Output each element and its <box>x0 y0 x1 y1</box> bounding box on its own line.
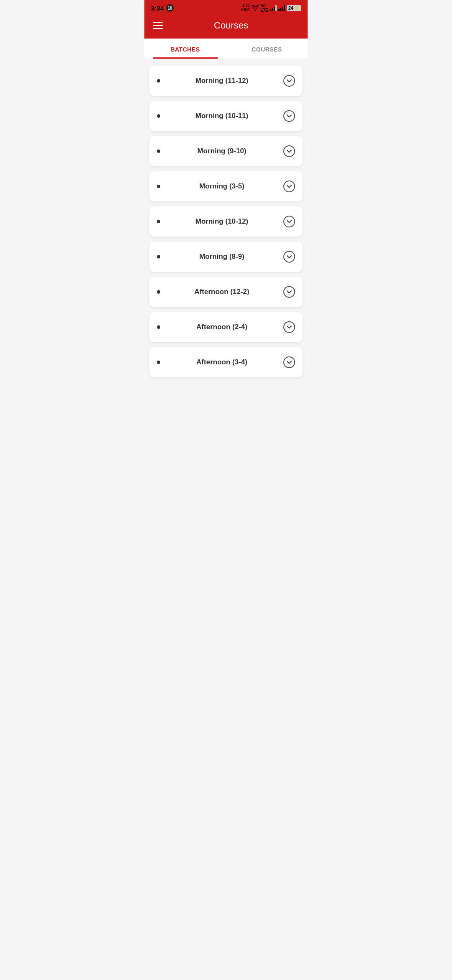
svg-rect-7 <box>284 5 285 11</box>
batch-label: Morning (10-11) <box>160 112 283 120</box>
status-icons: 1.00KB/S VoLTE 24⚡ <box>241 3 301 13</box>
list-item[interactable]: Morning (8-9) <box>149 242 303 272</box>
signal-icon-1 <box>270 5 277 11</box>
tab-courses[interactable]: COURSES <box>226 39 308 59</box>
svg-rect-3 <box>275 5 277 11</box>
wifi-icon <box>252 5 259 11</box>
chevron-down-icon[interactable] <box>283 145 295 157</box>
batch-label: Morning (11-12) <box>160 77 283 85</box>
svg-rect-2 <box>274 7 275 11</box>
chevron-down-icon[interactable] <box>283 286 295 298</box>
list-item[interactable]: Morning (3-5) <box>149 171 303 201</box>
list-item[interactable]: Afternoon (2-4) <box>149 312 303 342</box>
batch-label: Morning (8-9) <box>160 253 283 261</box>
batch-label: Afternoon (3-4) <box>160 358 283 366</box>
status-bar: 3:34 10 1.00KB/S VoLTE 24⚡ <box>144 0 308 15</box>
battery-indicator: 24⚡ <box>287 5 301 11</box>
chevron-down-icon[interactable] <box>283 181 295 192</box>
tab-batches[interactable]: BATCHES <box>144 39 226 59</box>
chevron-down-icon[interactable] <box>283 110 295 122</box>
batch-label: Morning (10-12) <box>160 217 283 226</box>
list-item[interactable]: Morning (10-11) <box>149 101 303 131</box>
data-speed: 1.00KB/S <box>241 4 250 12</box>
chevron-down-icon[interactable] <box>283 216 295 227</box>
batches-list: Morning (11-12) Morning (10-11) Morning … <box>144 59 308 384</box>
batch-label: Morning (9-10) <box>160 147 283 155</box>
svg-rect-5 <box>280 8 281 11</box>
signal-icon-2 <box>278 5 285 11</box>
notification-badge: 10 <box>166 4 174 12</box>
list-item[interactable]: Morning (10-12) <box>149 206 303 237</box>
list-item[interactable]: Morning (9-10) <box>149 136 303 166</box>
list-item[interactable]: Morning (11-12) <box>149 66 303 96</box>
status-time: 3:34 <box>151 5 164 12</box>
batch-label: Afternoon (2-4) <box>160 323 283 331</box>
batch-dot <box>157 325 160 329</box>
menu-button[interactable] <box>153 22 163 29</box>
volte-icon: VoLTE <box>261 3 268 13</box>
svg-rect-1 <box>272 8 273 11</box>
batch-dot <box>157 114 160 118</box>
batch-dot <box>157 290 160 294</box>
chevron-down-icon[interactable] <box>283 251 295 263</box>
chevron-down-icon[interactable] <box>283 356 295 368</box>
batch-dot <box>157 361 160 364</box>
status-left: 3:34 10 <box>151 4 174 12</box>
app-header: Courses <box>144 15 308 39</box>
svg-rect-4 <box>278 9 280 11</box>
svg-rect-0 <box>270 9 271 11</box>
svg-rect-6 <box>282 7 283 11</box>
batch-label: Morning (3-5) <box>160 182 283 191</box>
batch-dot <box>157 150 160 153</box>
batch-dot <box>157 185 160 188</box>
list-item[interactable]: Afternoon (12-2) <box>149 277 303 307</box>
batch-dot <box>157 255 160 258</box>
tab-bar: BATCHES COURSES <box>144 39 308 59</box>
list-item[interactable]: Afternoon (3-4) <box>149 347 303 377</box>
chevron-down-icon[interactable] <box>283 321 295 333</box>
chevron-down-icon[interactable] <box>283 75 295 87</box>
batch-label: Afternoon (12-2) <box>160 288 283 296</box>
batch-dot <box>157 220 160 223</box>
page-title: Courses <box>163 20 299 31</box>
batch-dot <box>157 79 160 83</box>
